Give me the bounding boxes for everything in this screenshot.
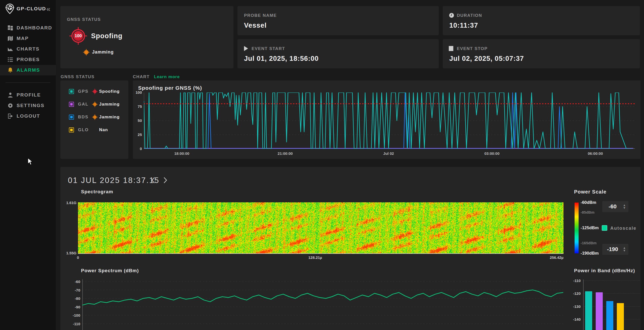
profile-icon [7, 92, 14, 98]
probe-name-label: PROBE NAME [244, 13, 277, 18]
colorbar-label-4: -190dBm [581, 251, 599, 256]
power-max-value[interactable]: -60 [602, 203, 623, 210]
band-bar-glo[interactable] [617, 303, 624, 330]
spoofing-score: 100 [73, 31, 83, 41]
probe-name-value: Vessel [244, 22, 267, 29]
spectrogram-heatmap[interactable] [78, 202, 564, 253]
ps-ytick--100: -100 [67, 313, 80, 317]
gps-color-swatch [69, 89, 74, 94]
sidebar-item-profile[interactable]: PROFILE [0, 90, 56, 100]
legend-status-label: Jamming [99, 115, 120, 120]
power-spectrum-plot[interactable] [82, 278, 563, 330]
colorbar-label-3: -165dBm [581, 241, 596, 245]
event-stop-label: EVENT STOP [457, 46, 488, 51]
band-ytick--140: -140 [567, 317, 581, 321]
band-bar-gal[interactable] [596, 292, 603, 330]
power-spectrum-title: Power Spectrum (dBm) [81, 268, 139, 273]
sidebar-item-charts[interactable]: CHARTS [0, 44, 56, 54]
band-bar-bds[interactable] [606, 301, 613, 330]
legend-status-label: Nan [99, 127, 108, 132]
spoofing-xtick-1: 21:00:00 [270, 151, 300, 156]
event-start-value: Jul 01, 2025, 18:56:00 [244, 55, 319, 63]
learn-more-link[interactable]: Learn more [154, 74, 180, 79]
ps-ytick--80: -80 [67, 296, 80, 301]
sidebar-item-label: ALARMS [17, 67, 40, 73]
spectrogram-x-axis [78, 253, 564, 254]
spoofing-xtick-3: 03:00:00 [477, 151, 507, 156]
probes-icon [7, 57, 14, 63]
play-icon [244, 46, 249, 51]
spoofing-chart-plot[interactable] [144, 92, 635, 149]
power-min-spinner[interactable]: ▲ ▼ [623, 247, 626, 252]
event-stop-value: Jul 02, 2025, 05:07:37 [449, 55, 524, 63]
ps-ytick--70: -70 [67, 288, 80, 292]
spoofing-chart-title: Spoofing per GNSS (%) [138, 85, 202, 91]
autoscale-checkbox[interactable] [602, 225, 607, 231]
sidebar-item-map[interactable]: MAP [0, 33, 56, 44]
sidebar-item-dashboard[interactable]: DASHBOARD [0, 23, 56, 33]
gal-color-swatch [69, 102, 74, 107]
status-section-title: GNSS STATUS [61, 74, 95, 79]
next-sample-button[interactable] [161, 176, 170, 184]
legend-row-gps: GPSSpoofing [60, 87, 128, 96]
spoofing-ytick-0: 0 [131, 147, 142, 151]
spoofing-ytick-75: 75 [131, 104, 142, 109]
spoofing-xtick-2: Jul 02 [374, 151, 404, 156]
dashboard-icon [7, 25, 14, 31]
colorbar-label-0: -60dBm [581, 200, 596, 205]
power-max-input[interactable]: -60 ▲ ▼ [602, 201, 628, 212]
band-ytick--120: -120 [567, 291, 581, 296]
app-logo: GP-CLOUD [5, 4, 46, 14]
sidebar-item-label: DASHBOARD [17, 25, 52, 31]
duration-value: 10:11:37 [449, 22, 478, 29]
spectrogram-title: Spectrogram [81, 189, 113, 195]
power-spectrum-line [82, 290, 563, 305]
prev-sample-button[interactable] [149, 176, 157, 184]
power-scale-title: Power Scale [574, 189, 607, 195]
probe-name-card: PROBE NAME Vessel [237, 6, 439, 35]
power-colorbar [575, 203, 579, 253]
jamming-icon [84, 50, 89, 55]
sidebar-item-label: PROBES [17, 57, 40, 62]
power-in-band-title: Power in Band (dBm/Hz) [574, 268, 635, 273]
sidebar-item-alarms[interactable]: ALARMS [0, 65, 56, 75]
jamming-icon [93, 103, 97, 106]
charts-icon [7, 46, 14, 52]
power-max-spinner[interactable]: ▲ ▼ [623, 204, 626, 209]
app-root: GP-CLOUD « DASHBOARDMAPCHARTSPROBESALARM… [0, 0, 644, 330]
glo-color-swatch [69, 127, 74, 132]
band-ytick--130: -130 [567, 304, 581, 309]
sidebar-item-probes[interactable]: PROBES [0, 54, 56, 65]
legend-system-label: BDS [78, 115, 93, 120]
spectrogram-xtick-2: 256.42µ [533, 255, 564, 260]
spinner-down-icon[interactable]: ▼ [623, 207, 626, 209]
event-stop-card: EVENT STOP Jul 02, 2025, 05:07:37 [443, 39, 640, 68]
mouse-cursor [28, 158, 33, 165]
legend-row-gal: GALJamming [60, 100, 128, 109]
colorbar-label-1: -85dBm [581, 210, 594, 214]
sidebar-item-label: SETTINGS [17, 103, 45, 108]
sidebar-item-label: MAP [17, 36, 29, 41]
gp-cloud-pin-icon [5, 4, 15, 14]
detail-timestamp: 01 JUL 2025 18:37.15 [68, 176, 159, 185]
sidebar-item-logout[interactable]: LOGOUT [0, 111, 56, 121]
sidebar-item-label: PROFILE [17, 92, 41, 98]
spectrogram-ymax: 1.61G [56, 201, 76, 205]
sidebar-divider [6, 82, 50, 83]
stop-icon [449, 46, 453, 51]
gnss-legend-panel: GPSSpoofingGALJammingBDSJammingGLONan [60, 80, 128, 159]
logout-icon [7, 113, 14, 119]
band-y-axis [583, 279, 584, 330]
power-min-value[interactable]: -190 [602, 246, 623, 253]
ps-ytick--110: -110 [67, 322, 80, 326]
power-min-input[interactable]: -190 ▲ ▼ [602, 244, 628, 255]
spoofing-icon [93, 90, 97, 93]
sidebar-item-settings[interactable]: SETTINGS [0, 100, 56, 111]
sidebar-collapse-icon[interactable]: « [46, 5, 50, 13]
jamming-icon [93, 115, 97, 119]
legend-row-bds: BDSJamming [60, 113, 128, 122]
app-title: GP-CLOUD [17, 6, 46, 12]
band-bar-gps[interactable] [585, 291, 592, 330]
chevron-right-icon [163, 177, 168, 183]
spinner-down-icon[interactable]: ▼ [623, 249, 626, 252]
